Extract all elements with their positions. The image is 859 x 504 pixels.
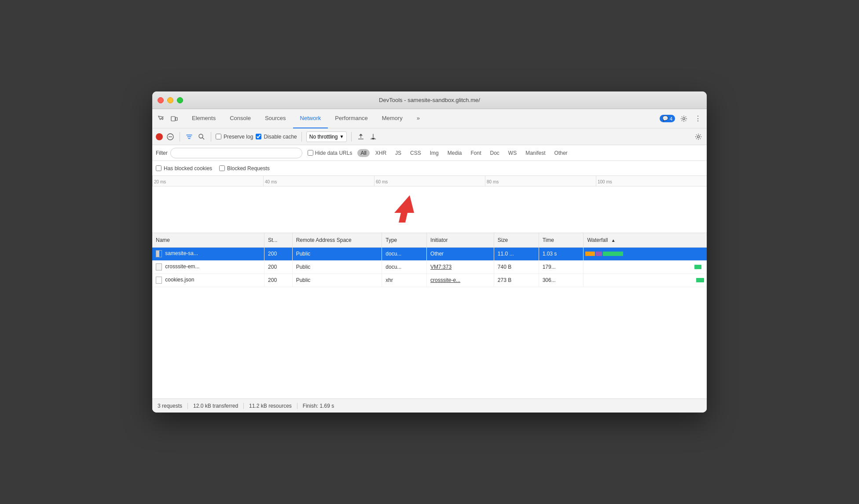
status-transferred: 12.0 kB transferred bbox=[188, 403, 244, 409]
col-header-size[interactable]: Size bbox=[494, 233, 539, 247]
row-3-name: cookies.json bbox=[152, 274, 264, 287]
filter-type-xhr[interactable]: XHR bbox=[372, 149, 389, 157]
svg-rect-0 bbox=[171, 117, 175, 121]
sort-arrow-icon: ▲ bbox=[611, 238, 616, 243]
has-blocked-cookies-label[interactable]: Has blocked cookies bbox=[156, 165, 212, 172]
row-2-remote: Public bbox=[292, 260, 382, 274]
col-header-remote[interactable]: Remote Address Space bbox=[292, 233, 382, 247]
filter-icon[interactable] bbox=[184, 132, 194, 142]
filter-input[interactable] bbox=[170, 148, 302, 158]
device-toggle-icon[interactable] bbox=[169, 113, 180, 124]
row-1-waterfall bbox=[584, 247, 707, 260]
row-2-waterfall bbox=[584, 260, 707, 274]
maximize-button[interactable] bbox=[177, 97, 183, 103]
blocked-requests-label[interactable]: Blocked Requests bbox=[219, 165, 270, 172]
row-3-time: 306... bbox=[539, 274, 584, 287]
requests-table: Name St... Remote Address Space Type Ini bbox=[152, 233, 707, 287]
row-3-waterfall bbox=[584, 274, 707, 287]
svg-point-4 bbox=[199, 134, 203, 138]
toolbar-right bbox=[694, 132, 703, 142]
tick-60ms: 60 ms bbox=[374, 176, 485, 186]
col-header-type[interactable]: Type bbox=[382, 233, 427, 247]
filter-type-ws[interactable]: WS bbox=[505, 149, 520, 157]
upload-icon[interactable] bbox=[356, 132, 366, 142]
row-3-initiator: crosssite-e... bbox=[427, 274, 494, 287]
separator-1 bbox=[180, 132, 180, 142]
tab-elements[interactable]: Elements bbox=[185, 109, 223, 128]
status-finish: Finish: 1.69 s bbox=[297, 403, 339, 409]
status-resources: 11.2 kB resources bbox=[244, 403, 297, 409]
blocked-requests-checkbox[interactable] bbox=[219, 165, 225, 171]
svg-line-5 bbox=[202, 138, 204, 139]
tab-more[interactable]: » bbox=[410, 109, 427, 128]
download-icon[interactable] bbox=[368, 132, 378, 142]
col-header-status[interactable]: St... bbox=[264, 233, 293, 247]
table-row[interactable]: crosssite-em... 200 Public docu... VM7:3… bbox=[152, 260, 707, 274]
badge-count: 4 bbox=[670, 116, 672, 121]
inspect-icon[interactable] bbox=[156, 113, 166, 124]
col-header-time[interactable]: Time bbox=[539, 233, 584, 247]
filter-bar: Filter Hide data URLs All XHR JS CSS Img… bbox=[152, 145, 707, 161]
tab-bar: Elements Console Sources Network Perform… bbox=[152, 109, 707, 128]
row-3-size: 273 B bbox=[494, 274, 539, 287]
row-2-size: 740 B bbox=[494, 260, 539, 274]
settings-icon[interactable] bbox=[679, 113, 689, 124]
tab-performance[interactable]: Performance bbox=[328, 109, 374, 128]
close-button[interactable] bbox=[158, 97, 164, 103]
red-arrow-annotation bbox=[385, 191, 421, 230]
chevron-down-icon: ▼ bbox=[339, 134, 344, 139]
filter-type-media[interactable]: Media bbox=[444, 149, 465, 157]
waterfall-bar-orange bbox=[585, 252, 595, 256]
waterfall-bar-green-2 bbox=[694, 265, 701, 269]
table-row[interactable]: cookies.json 200 Public xhr crosssite-e.… bbox=[152, 274, 707, 287]
waterfall-bar-green bbox=[603, 252, 623, 256]
row-3-remote: Public bbox=[292, 274, 382, 287]
row-2-status: 200 bbox=[264, 260, 293, 274]
row-1-name: samesite-sa... bbox=[152, 247, 264, 260]
minimize-button[interactable] bbox=[167, 97, 173, 103]
filter-type-css[interactable]: CSS bbox=[407, 149, 424, 157]
clear-icon[interactable] bbox=[165, 132, 175, 142]
col-header-initiator[interactable]: Initiator bbox=[427, 233, 494, 247]
has-blocked-cookies-checkbox[interactable] bbox=[156, 165, 162, 171]
more-options-icon[interactable]: ⋮ bbox=[693, 113, 703, 124]
toolbar: Preserve log Disable cache No throttling… bbox=[152, 128, 707, 145]
console-badge[interactable]: 💬 4 bbox=[660, 115, 675, 122]
hide-data-urls-checkbox[interactable] bbox=[308, 150, 313, 156]
doc-icon-empty bbox=[156, 277, 162, 284]
window-title: DevTools - samesite-sandbox.glitch.me/ bbox=[379, 97, 480, 103]
timeline-area: 20 ms 40 ms 60 ms 80 ms 100 ms bbox=[152, 176, 707, 233]
filter-type-img[interactable]: Img bbox=[427, 149, 442, 157]
tick-40ms: 40 ms bbox=[263, 176, 374, 186]
row-1-type: docu... bbox=[382, 247, 427, 260]
tab-memory[interactable]: Memory bbox=[375, 109, 410, 128]
preserve-log-label[interactable]: Preserve log bbox=[216, 134, 253, 140]
separator-4 bbox=[351, 132, 352, 142]
network-settings-icon[interactable] bbox=[694, 132, 703, 142]
disable-cache-checkbox[interactable] bbox=[256, 134, 261, 139]
disable-cache-label[interactable]: Disable cache bbox=[256, 134, 297, 140]
cookies-bar: Has blocked cookies Blocked Requests bbox=[152, 161, 707, 176]
row-1-size: 11.0 ... bbox=[494, 247, 539, 260]
hide-data-urls-label[interactable]: Hide data URLs bbox=[305, 149, 355, 157]
filter-type-other[interactable]: Other bbox=[551, 149, 571, 157]
filter-type-all[interactable]: All bbox=[357, 149, 369, 157]
tab-sources[interactable]: Sources bbox=[258, 109, 293, 128]
tab-console[interactable]: Console bbox=[223, 109, 258, 128]
filter-type-js[interactable]: JS bbox=[392, 149, 404, 157]
table-row[interactable]: samesite-sa... 200 Public docu... Other … bbox=[152, 247, 707, 260]
filter-type-doc[interactable]: Doc bbox=[487, 149, 503, 157]
filter-type-manifest[interactable]: Manifest bbox=[522, 149, 548, 157]
throttle-select[interactable]: No throttling ▼ bbox=[306, 131, 347, 142]
col-header-waterfall[interactable]: Waterfall ▲ bbox=[584, 233, 707, 247]
tick-100ms: 100 ms bbox=[596, 176, 707, 186]
tab-network[interactable]: Network bbox=[293, 109, 328, 128]
badge-icon: 💬 bbox=[662, 116, 668, 121]
preserve-log-checkbox[interactable] bbox=[216, 134, 221, 139]
filter-type-font[interactable]: Font bbox=[467, 149, 484, 157]
devtools-body: Elements Console Sources Network Perform… bbox=[152, 109, 707, 413]
title-bar: DevTools - samesite-sandbox.glitch.me/ bbox=[152, 91, 707, 109]
record-button[interactable] bbox=[156, 133, 163, 140]
search-icon[interactable] bbox=[197, 132, 206, 142]
col-header-name[interactable]: Name bbox=[152, 233, 264, 247]
